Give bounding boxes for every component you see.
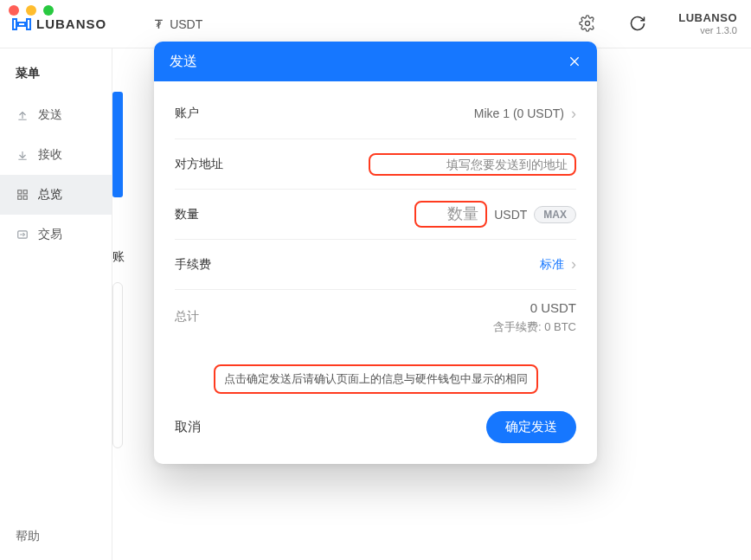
fee-value: 标准 <box>540 257 564 273</box>
brand-logo-icon <box>12 16 31 32</box>
chevron-right-icon: › <box>571 255 576 274</box>
currency-symbol: ₮ <box>155 17 163 31</box>
fee-row[interactable]: 手续费 标准 › <box>175 239 576 289</box>
address-highlight <box>369 153 576 176</box>
send-modal: 发送 账户 Mike 1 (0 USDT) › 对方地址 <box>154 42 597 464</box>
version-number: ver 1.3.0 <box>678 25 737 35</box>
brand-name: LUBANSO <box>36 16 106 31</box>
total-row: 总计 0 USDT 含手续费: 0 BTC <box>175 289 576 344</box>
amount-input[interactable] <box>423 205 478 223</box>
refresh-icon[interactable] <box>628 14 647 33</box>
notice-highlight: 点击确定发送后请确认页面上的信息与硬件钱包中显示的相同 <box>214 364 538 394</box>
notice-row: 点击确定发送后请确认页面上的信息与硬件钱包中显示的相同 <box>175 344 576 404</box>
window-minimize-dot[interactable] <box>26 5 36 16</box>
settings-icon[interactable] <box>578 14 597 33</box>
account-label: 账户 <box>175 106 199 121</box>
cancel-button[interactable]: 取消 <box>175 419 201 435</box>
total-value: 0 USDT <box>493 299 576 319</box>
max-button[interactable]: MAX <box>534 206 576 223</box>
notice-text: 点击确定发送后请确认页面上的信息与硬件钱包中显示的相同 <box>224 372 528 385</box>
address-label: 对方地址 <box>175 157 223 172</box>
window-close-dot[interactable] <box>9 5 19 16</box>
amount-highlight <box>414 201 487 228</box>
account-value: Mike 1 (0 USDT) <box>474 106 564 120</box>
modal-footer: 取消 确定发送 <box>175 404 576 448</box>
total-fee-line: 含手续费: 0 BTC <box>493 319 576 336</box>
address-input[interactable] <box>377 158 568 171</box>
total-label: 总计 <box>175 309 199 325</box>
currency-selector[interactable]: ₮ USDT <box>155 17 202 31</box>
svg-point-0 <box>586 22 590 26</box>
close-icon[interactable] <box>568 55 581 68</box>
modal-header: 发送 <box>154 42 597 81</box>
confirm-send-button[interactable]: 确定发送 <box>486 411 576 443</box>
version-name: LUBANSO <box>678 12 737 24</box>
modal-title: 发送 <box>170 53 197 71</box>
version-block: LUBANSO ver 1.3.0 <box>678 12 737 35</box>
window-controls <box>9 5 54 16</box>
account-row[interactable]: 账户 Mike 1 (0 USDT) › <box>175 88 576 138</box>
amount-unit: USDT <box>494 208 527 222</box>
modal-overlay: 发送 账户 Mike 1 (0 USDT) › 对方地址 <box>0 48 751 560</box>
address-row: 对方地址 <box>175 138 576 189</box>
window-zoom-dot[interactable] <box>43 5 54 16</box>
amount-label: 数量 <box>175 207 199 222</box>
brand: LUBANSO <box>12 16 106 32</box>
currency-code: USDT <box>170 17 202 31</box>
fee-label: 手续费 <box>175 257 211 273</box>
amount-row: 数量 USDT MAX <box>175 189 576 239</box>
chevron-right-icon: › <box>571 105 576 123</box>
